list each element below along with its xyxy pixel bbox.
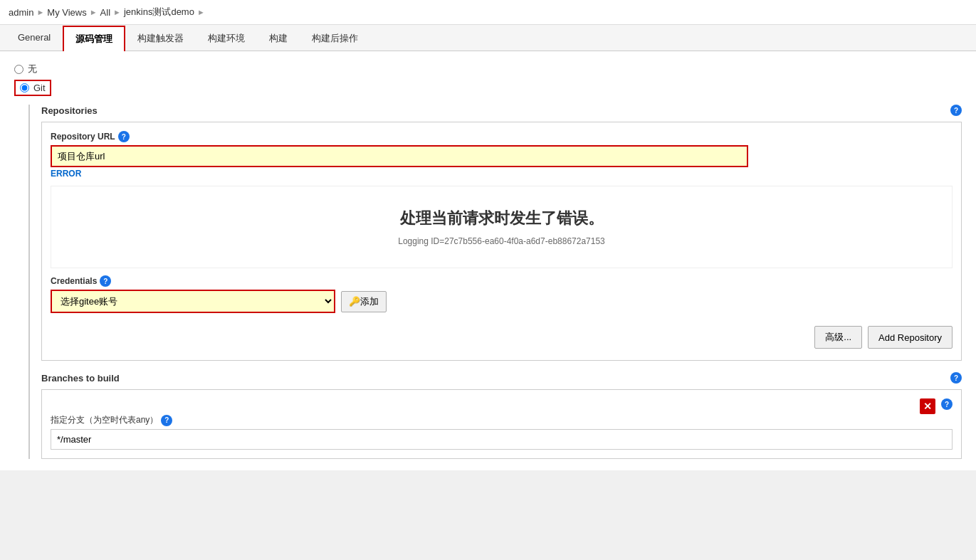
tab-triggers[interactable]: 构建触发器: [125, 26, 196, 51]
branch-specifier-label-row: 指定分支（为空时代表any） ?: [51, 414, 953, 426]
radio-git[interactable]: [20, 83, 29, 93]
credentials-label-row: Credentials ?: [51, 275, 953, 287]
add-repository-button[interactable]: Add Repository: [868, 326, 953, 349]
tab-scm[interactable]: 源码管理: [63, 26, 125, 51]
branches-label: Branches to build: [41, 373, 120, 384]
branch-specifier-input[interactable]: [51, 429, 953, 450]
tab-general[interactable]: General: [6, 26, 63, 51]
repo-url-field: Repository URL ? ERROR: [51, 131, 953, 179]
repositories-header: Repositories ?: [41, 105, 962, 116]
tab-build[interactable]: 构建: [257, 26, 300, 51]
tab-environment[interactable]: 构建环境: [196, 26, 257, 51]
repo-url-help-icon[interactable]: ?: [118, 131, 130, 142]
repositories-help-icon[interactable]: ?: [950, 105, 962, 116]
repositories-box: Repository URL ? ERROR 处理当前请求时发生了错误。 Log…: [41, 122, 962, 361]
breadcrumb-myviews[interactable]: My Views: [47, 7, 86, 18]
breadcrumb-admin[interactable]: admin: [9, 7, 33, 18]
git-selected-box: Git: [14, 80, 51, 96]
branches-help-icon[interactable]: ?: [950, 372, 962, 384]
branch-specifier-field: 指定分支（为空时代表any） ?: [51, 414, 953, 450]
credentials-help-icon[interactable]: ?: [100, 275, 111, 287]
credentials-field: Credentials ? 选择gitee账号 🔑添加: [51, 275, 953, 313]
branch-item-help-icon[interactable]: ?: [941, 398, 953, 410]
breadcrumb-sep-3: ►: [113, 8, 121, 16]
tabs-bar: General 源码管理 构建触发器 构建环境 构建 构建后操作: [0, 25, 976, 51]
tab-post-build[interactable]: 构建后操作: [300, 26, 370, 51]
error-text: ERROR: [51, 169, 953, 179]
breadcrumb-sep-1: ►: [36, 8, 44, 16]
radio-none-label[interactable]: 无: [28, 63, 37, 75]
breadcrumb-project[interactable]: jenkins测试demo: [124, 6, 194, 19]
credentials-label: Credentials: [51, 276, 97, 286]
repositories-section: Repositories ? Repository URL ? ERROR: [41, 105, 962, 361]
radio-git-item: Git: [14, 80, 962, 96]
error-overlay-sub: Logging ID=27c7b556-ea60-4f0a-a6d7-eb886…: [65, 236, 938, 246]
repo-url-label-row: Repository URL ?: [51, 131, 953, 142]
git-options-section: Repositories ? Repository URL ? ERROR: [28, 105, 962, 459]
repo-url-input[interactable]: [51, 145, 748, 167]
branch-item-actions: ✕ ?: [51, 398, 953, 414]
form-area: 无 Git Repositories ?: [0, 51, 976, 470]
breadcrumb-sep-4: ►: [197, 8, 205, 16]
credentials-select[interactable]: 选择gitee账号: [51, 290, 335, 313]
radio-none-item: 无: [14, 63, 962, 75]
breadcrumb: admin ► My Views ► All ► jenkins测试demo ►: [0, 0, 976, 25]
radio-none[interactable]: [14, 65, 23, 74]
branch-specifier-label: 指定分支（为空时代表any）: [51, 414, 158, 426]
breadcrumb-all[interactable]: All: [100, 7, 110, 18]
advanced-button[interactable]: 高级...: [814, 326, 862, 349]
breadcrumb-sep-2: ►: [90, 8, 98, 16]
action-buttons: 高级... Add Repository: [51, 320, 953, 352]
branches-box: ✕ ? 指定分支（为空时代表any） ?: [41, 389, 962, 459]
credentials-row: 选择gitee账号 🔑添加: [51, 290, 953, 313]
branches-header: Branches to build ?: [41, 372, 962, 384]
branch-specifier-help-icon[interactable]: ?: [161, 415, 172, 426]
branches-section: Branches to build ? ✕ ? 指定分支（为空时代表any） ?: [41, 372, 962, 459]
branch-delete-button[interactable]: ✕: [920, 398, 935, 414]
error-overlay-title: 处理当前请求时发生了错误。: [65, 208, 938, 229]
credentials-add-button[interactable]: 🔑添加: [341, 291, 387, 312]
main-content: General 源码管理 构建触发器 构建环境 构建 构建后操作 无 Git R…: [0, 25, 976, 470]
error-overlay: 处理当前请求时发生了错误。 Logging ID=27c7b556-ea60-4…: [51, 186, 953, 268]
radio-git-label[interactable]: Git: [33, 83, 46, 93]
repositories-label: Repositories: [41, 105, 98, 116]
repo-url-label: Repository URL: [51, 132, 115, 142]
